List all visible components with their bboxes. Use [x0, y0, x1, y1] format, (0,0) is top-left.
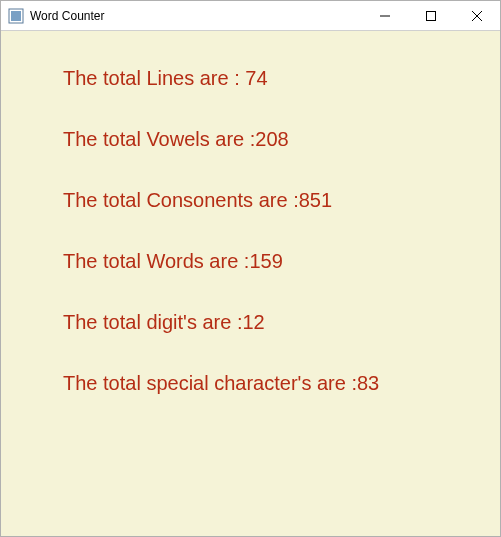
stat-lines: The total Lines are : 74 — [63, 67, 500, 90]
stat-consonants-value: 851 — [299, 189, 332, 211]
stat-digits-label: The total digit's are : — [63, 311, 242, 333]
window-title: Word Counter — [30, 9, 362, 23]
stat-consonants: The total Consonents are :851 — [63, 189, 500, 212]
maximize-button[interactable] — [408, 1, 454, 30]
stat-digits: The total digit's are :12 — [63, 311, 500, 334]
stat-digits-value: 12 — [242, 311, 264, 333]
stat-special-value: 83 — [357, 372, 379, 394]
stat-words-label: The total Words are : — [63, 250, 249, 272]
stat-special-label: The total special character's are : — [63, 372, 357, 394]
stat-special: The total special character's are :83 — [63, 372, 500, 395]
stat-lines-label: The total Lines are : — [63, 67, 245, 89]
app-icon — [8, 8, 24, 24]
stat-lines-value: 74 — [245, 67, 267, 89]
app-window: Word Counter The total Lines are : 74 Th… — [0, 0, 501, 537]
close-button[interactable] — [454, 1, 500, 30]
stat-vowels: The total Vowels are :208 — [63, 128, 500, 151]
titlebar: Word Counter — [1, 1, 500, 31]
stat-consonants-label: The total Consonents are : — [63, 189, 299, 211]
stat-words-value: 159 — [249, 250, 282, 272]
svg-rect-3 — [427, 11, 436, 20]
svg-rect-1 — [11, 11, 21, 21]
stat-vowels-label: The total Vowels are : — [63, 128, 255, 150]
window-controls — [362, 1, 500, 30]
minimize-button[interactable] — [362, 1, 408, 30]
stat-vowels-value: 208 — [255, 128, 288, 150]
client-area: The total Lines are : 74 The total Vowel… — [1, 31, 500, 536]
stat-words: The total Words are :159 — [63, 250, 500, 273]
